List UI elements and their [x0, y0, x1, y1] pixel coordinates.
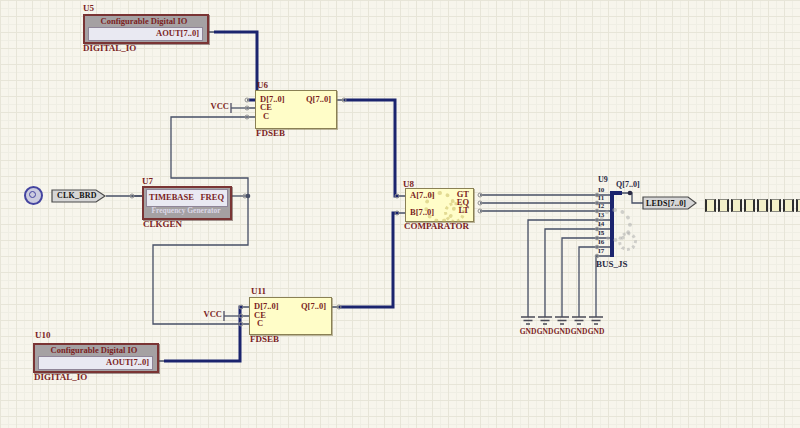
gnd-label: GND — [586, 328, 606, 336]
u9-pin-i4: I4 — [598, 221, 610, 228]
wire-clock-to-u6-c[interactable] — [171, 117, 248, 196]
led-symbol[interactable] — [731, 199, 742, 212]
u6-pin-c: C — [263, 112, 269, 121]
led-symbol[interactable] — [796, 199, 800, 212]
u6-designator: U6 — [257, 81, 268, 90]
bus-u5-to-u6-d[interactable] — [214, 32, 257, 100]
u7-label: CLKGEN — [143, 220, 182, 229]
led-symbol[interactable] — [744, 199, 755, 212]
schematic-canvas[interactable]: U5 Configurable Digital IO AOUT[7..0] DI… — [0, 0, 800, 428]
led-symbol[interactable] — [718, 199, 729, 212]
u5-label: DIGITAL_IO — [83, 44, 136, 53]
wire-q-to-leds-port[interactable] — [622, 193, 643, 203]
u9-pin-i6: I6 — [598, 239, 610, 246]
led-symbol[interactable] — [705, 199, 716, 212]
u8-pin-lt: LT — [440, 206, 469, 215]
u10-designator: U10 — [35, 331, 51, 340]
u5-pin-aout: AOUT[7..0] — [100, 29, 199, 38]
led-array — [705, 199, 800, 212]
wire-i6-to-gnd[interactable] — [579, 247, 597, 317]
u9-pin-i2: I2 — [598, 203, 610, 210]
u10-pin-aout: AOUT[7..0] — [50, 358, 149, 367]
gnd-symbols[interactable] — [521, 317, 603, 324]
u11-label: FDSEB — [250, 335, 279, 344]
bus-u6-q-to-u8-a[interactable] — [344, 100, 399, 196]
u9-label: BUS_JS — [596, 260, 628, 269]
u8-pin-a: A[7..0] — [410, 191, 435, 200]
u11-pin-q: Q[7..0] — [278, 302, 326, 311]
u9-pin-i5: I5 — [598, 230, 610, 237]
led-symbol[interactable] — [783, 199, 794, 212]
u9-pin-q: Q[7..0] — [616, 181, 640, 189]
u8-label: COMPARATOR — [404, 222, 469, 231]
u9-pin-i0: I0 — [598, 187, 610, 194]
u9-designator: U9 — [598, 176, 608, 184]
led-symbol[interactable] — [770, 199, 781, 212]
u6-label: FDSEB — [256, 129, 285, 138]
u9-pin-i1: I1 — [598, 195, 610, 202]
u9-pin-i7: I7 — [598, 248, 610, 255]
wire-i4-to-gnd[interactable] — [545, 229, 597, 317]
junction-clock — [246, 194, 251, 199]
u6-vcc-power-port[interactable]: VCC — [206, 102, 229, 111]
u11-pin-c: C — [257, 319, 263, 328]
u10-title: Configurable Digital IO — [35, 346, 153, 355]
u7-subtitle: Frequency Generator — [146, 207, 226, 215]
u8-pin-b: B[7..0] — [410, 208, 434, 217]
blue-circle-marker[interactable] — [24, 186, 43, 205]
u6-pin-q: Q[7..0] — [283, 95, 331, 104]
u9-pin-i3: I3 — [598, 212, 610, 219]
bus-u9-joiner[interactable] — [612, 193, 622, 257]
led-symbol[interactable] — [757, 199, 768, 212]
junction-leds — [628, 191, 633, 196]
u7-pin-freq: FREQ — [184, 193, 224, 202]
u11-vcc-power-port[interactable]: VCC — [199, 310, 222, 319]
port-leds-label: LEDS[7..0] — [646, 200, 686, 208]
u7-designator: U7 — [142, 177, 153, 186]
bus-u11-q-to-u8-b[interactable] — [339, 213, 399, 307]
port-clk-brd-label: CLK_BRD — [57, 192, 97, 200]
u5-title: Configurable Digital IO — [85, 17, 203, 26]
u5-designator: U5 — [83, 4, 94, 13]
u11-designator: U11 — [251, 287, 266, 296]
u10-label: DIGITAL_IO — [34, 373, 87, 382]
